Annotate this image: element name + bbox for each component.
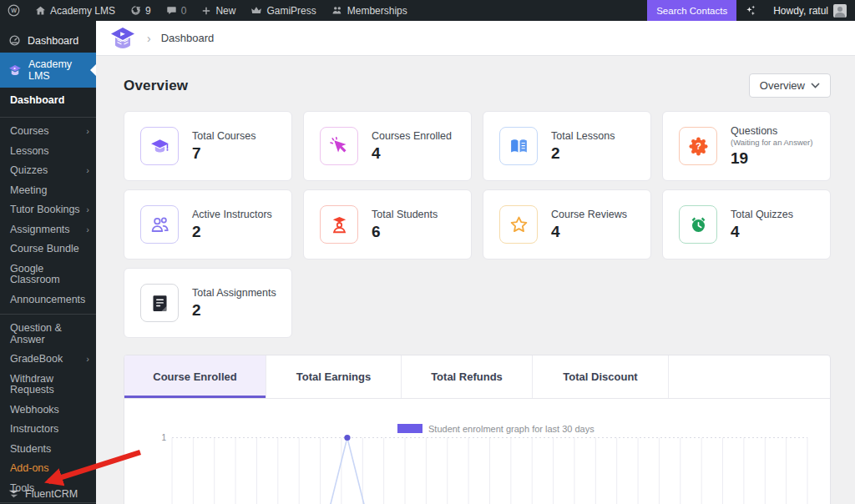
sidebar-item-label: Google Classroom xyxy=(10,264,89,286)
sidebar-item-fluentcrm[interactable]: FluentCRM xyxy=(0,481,96,504)
stat-card-value: 4 xyxy=(731,223,793,241)
sidebar-item-label: Students xyxy=(10,444,51,456)
sparkles-menu[interactable] xyxy=(736,0,765,21)
sidebar-item-announcements[interactable]: Announcements xyxy=(0,290,96,310)
sidebar-item-academy-lms[interactable]: Academy LMS xyxy=(0,53,96,88)
stat-card-title: Courses Enrolled xyxy=(372,130,452,142)
account-menu[interactable]: Howdy, ratul xyxy=(765,4,855,18)
sidebar-item-lessons[interactable]: Lessons xyxy=(0,142,96,162)
tab-total-refunds[interactable]: Total Refunds xyxy=(402,355,533,398)
dashboard-gauge-icon xyxy=(8,34,21,47)
tab-course-enrolled[interactable]: Course Enrolled xyxy=(124,355,266,398)
academy-lms-logo xyxy=(109,26,137,51)
stat-card-title: Total Assignments xyxy=(192,287,276,299)
sidebar-item-label: GradeBook xyxy=(10,354,63,365)
student-icon xyxy=(320,205,358,244)
stat-card-title: Total Lessons xyxy=(551,130,615,142)
cursor-click-icon xyxy=(320,127,358,165)
stat-card-total-students: Total Students6 xyxy=(303,189,472,260)
y-axis-tick-label: 1 xyxy=(161,433,166,442)
stat-card-course-reviews: Course Reviews4 xyxy=(483,189,651,260)
comment-bubble-icon xyxy=(166,5,177,16)
sidebar-item-instructors[interactable]: Instructors xyxy=(0,420,96,440)
stat-card-active-instructors: Active Instructors2 xyxy=(124,189,292,260)
dashboard-content: Overview Overview Total Courses7Courses … xyxy=(96,56,855,504)
sidebar-submenu: Courses›LessonsQuizzes›MeetingTutor Book… xyxy=(0,122,96,504)
sidebar-item-courses[interactable]: Courses› xyxy=(0,122,96,142)
updates-menu[interactable]: 9 xyxy=(123,0,159,21)
stats-cards: Total Courses7Courses Enrolled4Total Les… xyxy=(124,111,831,338)
stat-card-courses-enrolled: Courses Enrolled4 xyxy=(303,111,472,181)
howdy-label: Howdy, ratul xyxy=(773,5,828,17)
search-contacts-label: Search Contacts xyxy=(656,6,727,16)
tabs-filler xyxy=(669,355,830,398)
site-name-label: Academy LMS xyxy=(50,5,115,17)
tab-total-earnings[interactable]: Total Earnings xyxy=(266,355,402,398)
sidebar-item-label: Courses xyxy=(10,126,49,138)
sidebar-item-wp-dashboard[interactable]: Dashboard xyxy=(0,28,96,53)
sidebar-item-gradebook[interactable]: GradeBook› xyxy=(0,350,96,370)
sidebar-item-add-ons[interactable]: Add-ons xyxy=(0,459,96,479)
sidebar-item-meeting[interactable]: Meeting xyxy=(0,181,96,201)
alarm-clock-icon xyxy=(679,205,717,244)
new-menu[interactable]: New xyxy=(194,0,243,21)
breadcrumb-page[interactable]: Dashboard xyxy=(161,32,215,44)
updates-icon xyxy=(130,5,141,16)
legend-label: Student enrolment graph for last 30 days xyxy=(428,424,594,434)
sidebar-item-students[interactable]: Students xyxy=(0,440,96,460)
admin-sidebar: Dashboard Academy LMS Dashboard Courses›… xyxy=(0,21,96,504)
sidebar-item-label: Academy LMS xyxy=(28,58,89,82)
stat-card-value: 2 xyxy=(192,223,272,241)
stat-card-title: Questions xyxy=(731,125,812,137)
sidebar-divider xyxy=(0,117,96,118)
sidebar-item-tutor-bookings[interactable]: Tutor Bookings› xyxy=(0,200,96,220)
sidebar-subitem-dashboard-current[interactable]: Dashboard xyxy=(0,88,96,113)
crown-icon xyxy=(250,5,262,16)
sidebar-item-label: Meeting xyxy=(10,185,47,197)
analytics-tabs: Course EnrolledTotal EarningsTotal Refun… xyxy=(124,355,830,399)
page-title: Overview xyxy=(124,78,188,94)
sidebar-item-webhooks[interactable]: Webhooks xyxy=(0,401,96,421)
sidebar-item-label: Withdraw Requests xyxy=(10,374,89,396)
site-name-menu[interactable]: Academy LMS xyxy=(28,0,123,21)
sidebar-item-question-answer[interactable]: Question & Answer xyxy=(0,319,96,350)
search-contacts-button[interactable]: Search Contacts xyxy=(647,0,736,21)
assignment-note-icon xyxy=(140,284,179,322)
sidebar-item-label: Instructors xyxy=(10,424,58,436)
wordpress-admin-page: W Academy LMS 9 0 xyxy=(0,0,855,504)
sidebar-item-label: Webhooks xyxy=(10,405,59,416)
submenu-chevron-icon: › xyxy=(86,224,89,236)
chevron-down-icon xyxy=(811,83,820,88)
stat-card-total-assignments: Total Assignments2 xyxy=(124,268,292,338)
stat-card-total-courses: Total Courses7 xyxy=(124,111,292,181)
sidebar-item-label: Add-ons xyxy=(10,463,49,475)
sidebar-item-label: Lessons xyxy=(10,146,49,158)
sidebar-item-label: Dashboard xyxy=(10,94,64,106)
stat-card-title: Total Quizzes xyxy=(731,209,793,220)
submenu-chevron-icon: › xyxy=(86,204,89,216)
breadcrumb: › Dashboard xyxy=(96,21,855,56)
sidebar-item-google-classroom[interactable]: Google Classroom xyxy=(0,260,96,290)
plus-icon xyxy=(201,6,211,16)
legend-swatch xyxy=(397,424,422,433)
submenu-chevron-icon: › xyxy=(86,354,89,365)
sidebar-item-course-bundle[interactable]: Course Bundle xyxy=(0,239,96,260)
memberships-menu[interactable]: Memberships xyxy=(324,0,415,21)
wp-logo-menu[interactable]: W xyxy=(0,0,28,21)
stat-card-title: Total Students xyxy=(372,209,438,220)
sidebar-item-label: Tutor Bookings xyxy=(10,204,80,216)
sidebar-item-label: Dashboard xyxy=(28,35,78,47)
overview-dropdown-label: Overview xyxy=(760,79,805,92)
chevron-right-icon: › xyxy=(147,32,151,45)
comments-menu[interactable]: 0 xyxy=(159,0,195,21)
stat-card-value: 6 xyxy=(372,223,438,241)
sidebar-item-quizzes[interactable]: Quizzes› xyxy=(0,161,96,181)
enrollment-chart-area: 1Student enrolment graph for last 30 day… xyxy=(124,399,830,504)
sidebar-item-label: Assignments xyxy=(10,224,70,236)
gamipress-menu[interactable]: GamiPress xyxy=(243,0,323,21)
overview-dropdown[interactable]: Overview xyxy=(749,73,831,98)
sidebar-item-withdraw-requests[interactable]: Withdraw Requests xyxy=(0,370,96,401)
star-icon xyxy=(499,205,538,244)
tab-total-discount[interactable]: Total Discount xyxy=(533,355,669,398)
sidebar-item-assignments[interactable]: Assignments› xyxy=(0,220,96,240)
